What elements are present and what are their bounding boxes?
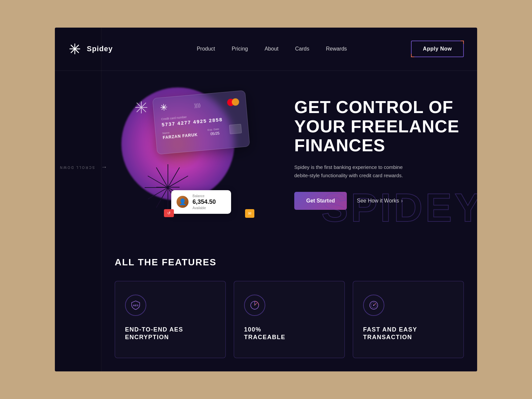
balance-label: Balance — [193, 194, 216, 198]
features-grid: AES END-TO-END AES ENCRYPTION 100% TRAC — [115, 281, 464, 358]
logo-icon — [68, 42, 81, 56]
svg-point-19 — [373, 305, 374, 306]
scroll-down-text: SCROLL DOWN — [59, 165, 94, 169]
card-chip — [229, 124, 242, 134]
hero-visual: )))) Credit card number 5737 4277 4925 2… — [115, 84, 274, 224]
features-title: ALL THE FEATURES — [115, 257, 464, 268]
feature-label-transaction: FAST AND EASY TRANSACTION — [363, 326, 454, 341]
feature-icon-wrap-transaction — [363, 295, 384, 316]
feature-label-traceable: 100% TRACEABLE — [244, 326, 334, 341]
svg-point-4 — [74, 48, 76, 50]
feature-card-encryption: AES END-TO-END AES ENCRYPTION — [115, 281, 226, 358]
balance-avatar: 👤 — [177, 196, 189, 208]
hero-circle-asterisk — [135, 101, 148, 117]
shield-icon: AES — [130, 300, 141, 311]
feature-card-transaction: FAST AND EASY TRANSACTION — [353, 281, 464, 358]
svg-point-9 — [140, 106, 142, 108]
balance-yellow-icon: ✉ — [245, 209, 254, 218]
hero-content: GET CONTROL OF YOUR FREELANCE FINANCES S… — [288, 98, 464, 210]
nav-links: Product Pricing About Cards Rewards — [133, 46, 411, 52]
feature-card-traceable: 100% TRACEABLE — [234, 281, 345, 358]
card-contactless-icon: )))) — [194, 102, 200, 108]
hero-buttons: Get Started See How it Works › — [294, 192, 464, 210]
scroll-down-indicator: SCROLL DOWN ↓ — [59, 165, 107, 169]
svg-text:AES: AES — [133, 304, 139, 307]
nav-about[interactable]: About — [265, 46, 279, 52]
see-how-it-works-link[interactable]: See How it Works › — [357, 198, 403, 204]
speedometer-icon — [368, 300, 379, 311]
card-exp-label: Exp. Date — [207, 127, 219, 131]
feature-icon-wrap-encryption: AES — [125, 295, 146, 316]
card-mastercard-logo — [227, 98, 239, 106]
hero-section: )))) Credit card number 5737 4277 4925 2… — [55, 71, 477, 244]
nav-product[interactable]: Product — [197, 46, 215, 52]
get-started-button[interactable]: Get Started — [294, 192, 347, 210]
scroll-down-arrow: ↓ — [101, 166, 108, 169]
nav-rewards[interactable]: Rewards — [326, 46, 347, 52]
balance-available: Available — [193, 206, 216, 210]
navbar: Spidey Product Pricing About Cards Rewar… — [55, 28, 477, 71]
nav-pricing[interactable]: Pricing — [232, 46, 248, 52]
apply-now-button[interactable]: Apply Now — [411, 41, 464, 57]
balance-red-icon: ↺ — [164, 209, 174, 217]
feature-label-encryption: END-TO-END AES ENCRYPTION — [125, 326, 215, 341]
nav-cards[interactable]: Cards — [295, 46, 310, 52]
feature-icon-wrap-traceable — [244, 295, 265, 316]
hero-title: GET CONTROL OF YOUR FREELANCE FINANCES — [294, 98, 464, 155]
credit-card: )))) Credit card number 5737 4277 4925 2… — [152, 90, 250, 155]
balance-widget: 👤 Balance 6,354.50 Available — [171, 190, 231, 214]
clock-icon — [249, 300, 260, 311]
hero-subtitle: Spidey is the first banking experience t… — [294, 163, 414, 180]
brand-name: Spidey — [87, 45, 113, 53]
card-logo — [160, 103, 168, 113]
balance-amount: 6,354.50 — [193, 199, 216, 205]
card-exp-value: 05/25 — [208, 131, 220, 136]
main-window: SCROLL DOWN ↓ Spidey Product Pricing Abo… — [55, 28, 477, 372]
features-section: ALL THE FEATURES AES END-TO-END AES ENCR… — [55, 244, 477, 372]
